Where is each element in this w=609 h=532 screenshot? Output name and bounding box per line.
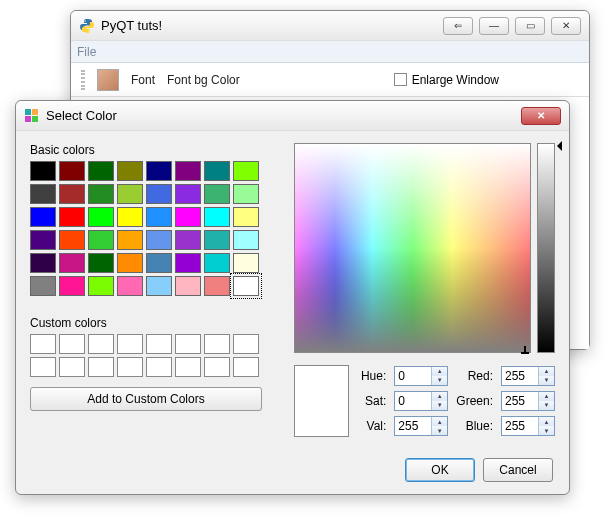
custom-color-slot[interactable]: [204, 357, 230, 377]
basic-color-swatch[interactable]: [146, 276, 172, 296]
blue-input[interactable]: [502, 417, 538, 435]
basic-color-swatch[interactable]: [117, 276, 143, 296]
blue-spinbox[interactable]: ▲▼: [501, 416, 555, 436]
custom-color-slot[interactable]: [30, 334, 56, 354]
basic-color-swatch[interactable]: [204, 230, 230, 250]
basic-color-swatch[interactable]: [88, 276, 114, 296]
sat-down[interactable]: ▼: [432, 401, 447, 410]
dialog-close-button[interactable]: ✕: [521, 107, 561, 125]
basic-color-swatch[interactable]: [117, 207, 143, 227]
custom-color-slot[interactable]: [88, 357, 114, 377]
hs-gradient-picker[interactable]: [294, 143, 531, 353]
basic-color-swatch[interactable]: [30, 230, 56, 250]
blue-up[interactable]: ▲: [539, 417, 554, 426]
close-button[interactable]: ✕: [551, 17, 581, 35]
basic-color-swatch[interactable]: [175, 230, 201, 250]
val-spinbox[interactable]: ▲▼: [394, 416, 448, 436]
basic-color-swatch[interactable]: [175, 276, 201, 296]
custom-color-slot[interactable]: [204, 334, 230, 354]
basic-color-swatch[interactable]: [146, 230, 172, 250]
add-to-custom-button[interactable]: Add to Custom Colors: [30, 387, 262, 411]
red-down[interactable]: ▼: [539, 376, 554, 385]
red-spinbox[interactable]: ▲▼: [501, 366, 555, 386]
sat-input[interactable]: [395, 392, 431, 410]
basic-color-swatch[interactable]: [88, 184, 114, 204]
basic-color-swatch[interactable]: [88, 207, 114, 227]
basic-color-swatch[interactable]: [88, 230, 114, 250]
hue-up[interactable]: ▲: [432, 367, 447, 376]
basic-color-swatch[interactable]: [117, 161, 143, 181]
checkbox-box[interactable]: [394, 73, 407, 86]
custom-color-slot[interactable]: [117, 357, 143, 377]
minimize-button[interactable]: —: [479, 17, 509, 35]
basic-color-swatch[interactable]: [146, 184, 172, 204]
basic-color-swatch[interactable]: [233, 276, 259, 296]
basic-color-swatch[interactable]: [30, 276, 56, 296]
basic-color-swatch[interactable]: [30, 161, 56, 181]
custom-color-slot[interactable]: [59, 357, 85, 377]
custom-color-slot[interactable]: [30, 357, 56, 377]
basic-color-swatch[interactable]: [233, 161, 259, 181]
menu-file[interactable]: File: [77, 45, 96, 59]
custom-color-slot[interactable]: [146, 357, 172, 377]
custom-color-slot[interactable]: [88, 334, 114, 354]
basic-color-swatch[interactable]: [117, 184, 143, 204]
basic-color-swatch[interactable]: [233, 253, 259, 273]
ok-button[interactable]: OK: [405, 458, 475, 482]
red-up[interactable]: ▲: [539, 367, 554, 376]
avatar-icon[interactable]: [97, 69, 119, 91]
cancel-button[interactable]: Cancel: [483, 458, 553, 482]
sat-spinbox[interactable]: ▲▼: [394, 391, 448, 411]
basic-color-swatch[interactable]: [233, 207, 259, 227]
main-titlebar[interactable]: PyQT tuts! ⇐ — ▭ ✕: [71, 11, 589, 41]
basic-color-swatch[interactable]: [117, 230, 143, 250]
val-up[interactable]: ▲: [432, 417, 447, 426]
basic-color-swatch[interactable]: [30, 184, 56, 204]
custom-color-slot[interactable]: [175, 334, 201, 354]
basic-color-swatch[interactable]: [59, 276, 85, 296]
basic-color-swatch[interactable]: [146, 161, 172, 181]
green-down[interactable]: ▼: [539, 401, 554, 410]
toolbar-font-bg[interactable]: Font bg Color: [167, 73, 240, 87]
basic-color-swatch[interactable]: [175, 253, 201, 273]
sat-up[interactable]: ▲: [432, 392, 447, 401]
basic-color-swatch[interactable]: [146, 253, 172, 273]
basic-color-swatch[interactable]: [30, 253, 56, 273]
toolbar-font[interactable]: Font: [131, 73, 155, 87]
custom-color-slot[interactable]: [146, 334, 172, 354]
basic-color-swatch[interactable]: [117, 253, 143, 273]
basic-color-swatch[interactable]: [59, 161, 85, 181]
custom-color-slot[interactable]: [233, 357, 259, 377]
basic-color-swatch[interactable]: [59, 184, 85, 204]
green-input[interactable]: [502, 392, 538, 410]
basic-color-swatch[interactable]: [175, 161, 201, 181]
value-slider[interactable]: [537, 143, 555, 353]
basic-color-swatch[interactable]: [175, 207, 201, 227]
red-input[interactable]: [502, 367, 538, 385]
blue-down[interactable]: ▼: [539, 426, 554, 435]
basic-color-swatch[interactable]: [233, 184, 259, 204]
basic-color-swatch[interactable]: [204, 161, 230, 181]
basic-color-swatch[interactable]: [88, 161, 114, 181]
basic-color-swatch[interactable]: [59, 253, 85, 273]
custom-color-slot[interactable]: [233, 334, 259, 354]
basic-color-swatch[interactable]: [233, 230, 259, 250]
basic-color-swatch[interactable]: [204, 276, 230, 296]
enlarge-window-checkbox[interactable]: Enlarge Window: [394, 73, 499, 87]
basic-color-swatch[interactable]: [204, 184, 230, 204]
back-button[interactable]: ⇐: [443, 17, 473, 35]
toolbar-handle[interactable]: [81, 70, 85, 90]
hue-down[interactable]: ▼: [432, 376, 447, 385]
maximize-button[interactable]: ▭: [515, 17, 545, 35]
custom-color-slot[interactable]: [59, 334, 85, 354]
basic-color-swatch[interactable]: [204, 207, 230, 227]
hue-spinbox[interactable]: ▲▼: [394, 366, 448, 386]
basic-color-swatch[interactable]: [88, 253, 114, 273]
custom-color-slot[interactable]: [117, 334, 143, 354]
basic-color-swatch[interactable]: [59, 207, 85, 227]
green-up[interactable]: ▲: [539, 392, 554, 401]
val-input[interactable]: [395, 417, 431, 435]
basic-color-swatch[interactable]: [146, 207, 172, 227]
custom-color-slot[interactable]: [175, 357, 201, 377]
val-down[interactable]: ▼: [432, 426, 447, 435]
